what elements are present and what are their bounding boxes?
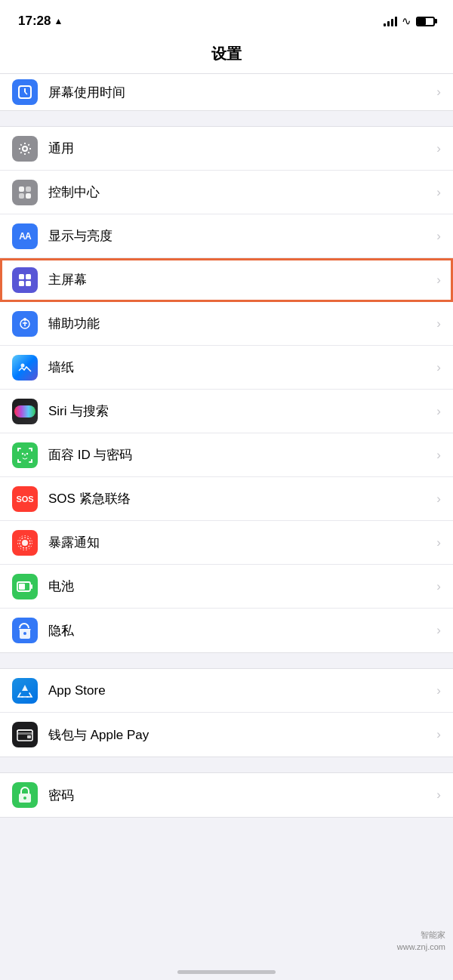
home-icon — [12, 267, 38, 293]
status-bar: 17:28 ▲ ∿ — [0, 0, 453, 38]
control-icon — [12, 180, 38, 205]
appstore-chevron: › — [436, 683, 441, 698]
screentime-icon — [12, 79, 38, 105]
row-exposure[interactable]: 暴露通知 › — [0, 521, 453, 565]
svg-point-41 — [23, 797, 26, 800]
password-chevron: › — [436, 787, 441, 803]
location-arrow-icon: ▲ — [54, 16, 63, 26]
display-icon: AA — [12, 223, 38, 249]
sos-chevron: › — [436, 492, 441, 507]
svg-point-28 — [22, 540, 28, 546]
page-title: 设置 — [211, 45, 242, 62]
svg-rect-9 — [26, 274, 31, 279]
screentime-chevron: › — [436, 85, 441, 100]
privacy-label: 隐私 — [48, 622, 430, 639]
row-screentime[interactable]: 屏幕使用时间 › — [0, 74, 453, 110]
svg-rect-33 — [31, 584, 32, 589]
svg-point-26 — [26, 452, 28, 454]
row-wallet[interactable]: 钱包与 Apple Pay › — [0, 713, 453, 757]
appstore-label: App Store — [48, 683, 430, 698]
svg-rect-10 — [19, 281, 24, 286]
row-general[interactable]: 通用 › — [0, 127, 453, 171]
siri-chevron: › — [436, 404, 441, 419]
siri-label: Siri 与搜索 — [48, 402, 430, 420]
battery-row-icon — [12, 574, 38, 599]
sos-icon: SOS — [12, 486, 38, 512]
faceid-chevron: › — [436, 448, 441, 463]
row-faceid[interactable]: 面容 ID 与密码 › — [0, 433, 453, 477]
password-icon — [12, 782, 38, 808]
watermark-line1: 智能家 — [397, 929, 445, 941]
exposure-label: 暴露通知 — [48, 534, 430, 551]
screentime-label: 屏幕使用时间 — [48, 84, 430, 101]
section-system: 通用 › 控制中心 › AA 显示与亮度 › — [0, 126, 453, 653]
password-label: 密码 — [48, 787, 430, 804]
section-top: 屏幕使用时间 › — [0, 74, 453, 111]
wallet-chevron: › — [436, 727, 441, 742]
wallpaper-chevron: › — [436, 360, 441, 375]
svg-rect-32 — [19, 584, 25, 590]
display-chevron: › — [436, 229, 441, 244]
svg-rect-5 — [26, 186, 31, 192]
row-wallpaper[interactable]: 墙纸 › — [0, 346, 453, 390]
row-privacy[interactable]: 隐私 › — [0, 609, 453, 652]
section-password: 密码 › — [0, 772, 453, 818]
status-time: 17:28 — [18, 14, 51, 29]
svg-rect-24 — [31, 459, 32, 463]
battery-label: 电池 — [48, 578, 430, 595]
svg-rect-22 — [31, 448, 32, 451]
row-password[interactable]: 密码 › — [0, 773, 453, 817]
exposure-chevron: › — [436, 535, 441, 550]
svg-point-3 — [23, 146, 27, 151]
row-display[interactable]: AA 显示与亮度 › — [0, 214, 453, 258]
faceid-icon — [12, 442, 38, 468]
row-appstore[interactable]: App Store › — [0, 669, 453, 713]
svg-rect-11 — [26, 281, 31, 286]
general-chevron: › — [436, 141, 441, 156]
wallpaper-label: 墙纸 — [48, 359, 430, 376]
row-control[interactable]: 控制中心 › — [0, 171, 453, 214]
accessibility-label: 辅助功能 — [48, 315, 430, 332]
row-home[interactable]: 主屏幕 › — [0, 258, 453, 302]
accessibility-chevron: › — [436, 316, 441, 331]
svg-rect-4 — [19, 186, 24, 192]
row-accessibility[interactable]: 辅助功能 › — [0, 302, 453, 346]
accessibility-icon — [12, 311, 38, 337]
watermark: 智能家 www.znj.com — [397, 929, 445, 953]
section-apps: App Store › 钱包与 Apple Pay › — [0, 668, 453, 757]
display-label: 显示与亮度 — [48, 227, 430, 245]
svg-rect-6 — [19, 193, 24, 199]
wallet-icon — [12, 722, 38, 747]
wallet-label: 钱包与 Apple Pay — [48, 726, 430, 744]
page-title-bar: 设置 — [0, 38, 453, 74]
svg-line-2 — [25, 92, 27, 94]
svg-point-16 — [21, 363, 25, 367]
svg-point-25 — [22, 452, 23, 454]
svg-rect-39 — [27, 735, 31, 738]
row-battery[interactable]: 电池 › — [0, 565, 453, 609]
svg-rect-7 — [26, 193, 31, 199]
home-chevron: › — [436, 273, 441, 288]
sos-label: SOS 紧急联络 — [48, 490, 430, 507]
row-sos[interactable]: SOS SOS 紧急联络 › — [0, 477, 453, 521]
status-icons: ∿ — [384, 14, 435, 28]
privacy-chevron: › — [436, 623, 441, 638]
wallpaper-icon — [12, 355, 38, 381]
row-siri[interactable]: Siri 与搜索 › — [0, 390, 453, 433]
control-label: 控制中心 — [48, 183, 430, 201]
siri-icon — [12, 399, 38, 424]
home-label: 主屏幕 — [48, 271, 430, 288]
battery-chevron: › — [436, 579, 441, 594]
svg-rect-38 — [17, 732, 32, 735]
battery-icon — [416, 17, 435, 26]
home-indicator — [177, 970, 276, 974]
svg-rect-21 — [17, 448, 19, 451]
exposure-icon — [12, 530, 38, 556]
control-chevron: › — [436, 185, 441, 200]
faceid-label: 面容 ID 与密码 — [48, 446, 430, 464]
svg-rect-23 — [17, 459, 19, 463]
svg-point-35 — [23, 632, 26, 635]
wifi-icon: ∿ — [402, 14, 411, 28]
svg-rect-34 — [19, 629, 31, 630]
watermark-line2: www.znj.com — [397, 941, 445, 953]
